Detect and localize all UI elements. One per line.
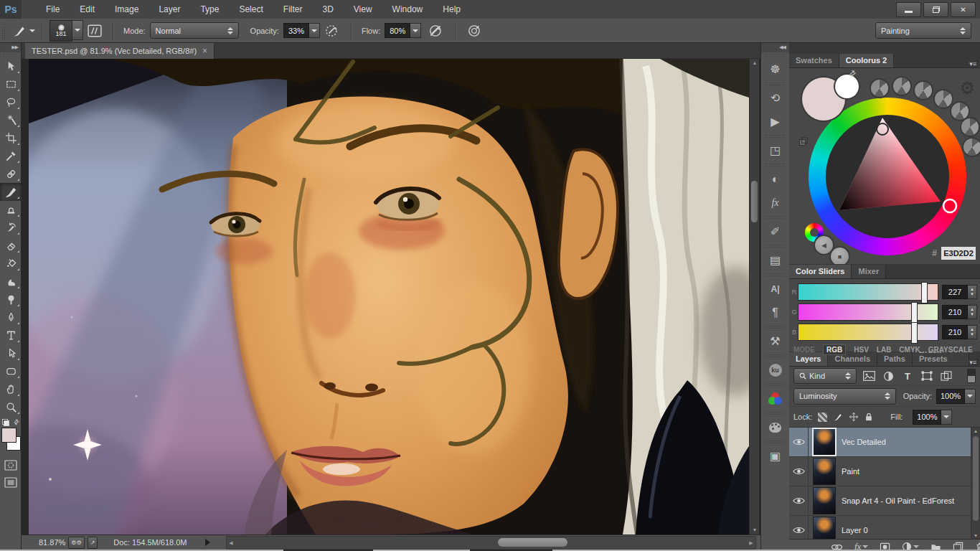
actions-panel-icon[interactable]: ▶ [761,110,789,133]
swap-colors-icon[interactable]: ⇄ [12,418,21,427]
shape-tool[interactable] [0,362,22,380]
background-color-circle[interactable] [835,75,859,98]
rail-collapse[interactable]: ◀◀ [761,43,789,52]
fill-value[interactable]: 100% [913,410,941,425]
library-panel-icon[interactable]: ▣ [761,444,789,468]
flow-control[interactable]: 80% [385,23,421,38]
layer-opacity-control[interactable]: 100% [936,389,976,404]
brush-preview[interactable]: 181 [50,20,72,42]
fill-control[interactable]: 100% [913,410,952,425]
horizontal-scrollbar[interactable]: ◀ ▶ [226,536,756,550]
visibility-toggle[interactable] [789,516,809,539]
mode-lab[interactable]: LAB [877,346,892,354]
panel-menu-icon[interactable]: ▾≡ [969,359,980,366]
layer-list-scrollbar[interactable]: ▲ ▼ [971,428,980,539]
blue-stepper[interactable]: ▲▼ [968,325,977,339]
toolbar-grip[interactable] [3,53,18,57]
rail-grip[interactable] [764,354,786,357]
crop-tool[interactable] [0,129,22,147]
red-value[interactable]: 227 [942,285,968,299]
kuler-panel-icon[interactable]: ku [761,358,789,382]
paint-bucket-tool[interactable] [0,255,22,273]
visibility-toggle[interactable] [789,486,809,515]
layer-filter-toggle[interactable] [967,369,976,383]
filter-shape-layers-icon[interactable] [920,371,934,381]
share-button[interactable]: ↗ [88,537,98,549]
adjustments-panel-icon[interactable]: ◐ [761,167,789,191]
rail-grip[interactable] [764,325,786,329]
brush-tool-preset-button[interactable] [12,24,35,38]
pen-tool[interactable] [0,309,22,326]
opacity-dropdown[interactable] [309,23,320,38]
layer-scroll-thumb[interactable] [973,436,979,521]
gear-icon[interactable]: ⚙ [959,78,975,98]
triangle-cursor[interactable] [877,123,888,135]
coolorus-knob-7[interactable] [962,137,980,157]
spot-healing-brush-tool[interactable] [0,165,22,183]
lock-transparency-icon[interactable] [818,413,827,422]
red-slider[interactable] [798,283,938,301]
menu-file[interactable]: File [36,0,70,19]
rail-grip[interactable] [764,163,786,166]
layer-blend-mode-select[interactable]: Luminosity [793,388,896,405]
restore-button[interactable] [923,2,948,17]
close-tab-icon[interactable]: × [202,46,207,56]
rail-grip[interactable] [764,134,786,138]
close-button[interactable]: ✕ [951,2,976,17]
visibility-toggle[interactable] [789,457,809,486]
menu-help[interactable]: Help [433,0,471,19]
layer-name[interactable]: Snap Art 4 - Oil Paint - EdForest [842,496,954,505]
eyedropper-tool[interactable] [0,147,22,165]
menu-window[interactable]: Window [382,0,433,19]
scroll-up-icon[interactable]: ▲ [750,59,760,67]
document-tab[interactable]: TESTER.psd @ 81.9% (Vec Detailed, RGB/8#… [25,43,215,59]
tool-presets-panel-icon[interactable]: ✐ [761,220,789,243]
hue-ring-cursor[interactable] [943,199,956,212]
character-panel-icon[interactable]: A| [761,277,789,301]
tab-color-sliders[interactable]: Color Sliders [789,265,852,278]
green-slider[interactable] [798,303,938,321]
lock-all-icon[interactable] [864,412,873,422]
eraser-tool[interactable] [0,237,22,255]
layer-thumbnail[interactable] [814,488,835,514]
rectangular-marquee-tool[interactable] [0,75,22,93]
filter-pixel-layers-icon[interactable] [862,371,876,381]
history-brush-tool[interactable] [0,219,22,237]
filter-type-layers-icon[interactable]: T [900,371,915,382]
scroll-left-icon[interactable]: ◀ [227,537,235,549]
layer-thumbnail[interactable] [814,517,835,539]
layer-thumbnail[interactable] [814,429,835,455]
brush-size-picker[interactable]: 181 [50,20,83,42]
layer-name[interactable]: Paint [842,467,859,476]
toggle-brush-panel-button[interactable] [88,24,102,37]
layer-row-paint[interactable]: Paint [789,457,971,486]
tab-mixer[interactable]: Mixer [852,265,886,278]
quick-selection-tool[interactable] [0,111,22,129]
scroll-down-icon[interactable]: ▼ [750,526,760,534]
blue-value[interactable]: 210 [942,325,968,339]
green-stepper[interactable]: ▲▼ [968,305,977,319]
menu-3d[interactable]: 3D [312,0,343,19]
panel-menu-icon[interactable]: ▾≡ [969,60,980,67]
color-triangle[interactable] [809,98,966,255]
airbrush-icon[interactable] [467,24,483,38]
brush-tool[interactable] [0,183,22,201]
mini-bridge-button[interactable]: ⚙⚙ [68,537,84,549]
opacity-value[interactable]: 33% [283,23,309,38]
layer-row-layer-0[interactable]: Layer 0 [789,516,971,539]
status-popup-icon[interactable] [205,539,210,546]
tablet-pressure-opacity-icon[interactable] [324,24,340,38]
brush-size-dropdown[interactable] [72,20,83,40]
layer-name[interactable]: Vec Detailed [842,438,886,446]
rail-grip[interactable] [764,273,786,276]
mode-rgb[interactable]: RGB [823,344,846,355]
paragraph-panel-icon[interactable]: ¶ [761,301,789,324]
flow-dropdown[interactable] [410,23,421,38]
green-slider-handle[interactable] [911,302,918,324]
horizontal-scroll-thumb[interactable] [498,538,567,547]
menu-type[interactable]: Type [190,0,229,19]
rail-grip[interactable] [764,411,786,415]
filter-kind-select[interactable]: Kind [793,368,857,384]
clone-source-panel-icon[interactable]: ▤ [761,248,789,272]
rail-grip[interactable] [764,82,786,85]
